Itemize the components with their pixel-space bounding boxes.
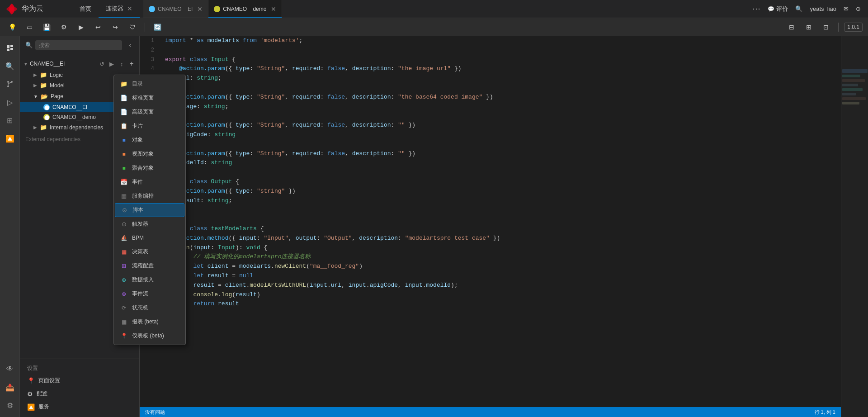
- settings-item-page[interactable]: 📍 页面设置: [24, 374, 136, 387]
- event-icon: 📅: [120, 179, 127, 186]
- dropdown-bpm[interactable]: ⛵ BPM: [114, 231, 185, 245]
- project-run-btn[interactable]: ▶: [108, 60, 116, 68]
- search-btn[interactable]: 🔍: [795, 5, 802, 12]
- toolbar-run-btn[interactable]: ▶: [74, 20, 88, 34]
- dropdown-event[interactable]: 📅 事件: [114, 175, 185, 189]
- iconbar-publish[interactable]: 📤: [2, 379, 18, 395]
- standard-page-icon: 📄: [120, 95, 127, 102]
- dropdown-event-flow[interactable]: ⊛ 事件流: [114, 287, 185, 301]
- toolbar-layout-btn[interactable]: ▭: [23, 20, 36, 34]
- code-editor[interactable]: 1 import * as modelarts from 'modelarts'…: [140, 36, 841, 407]
- code-line-27: 27 result = client.modelArtsWithURL(inpu…: [140, 281, 841, 290]
- toolbar-refresh-btn[interactable]: 🔄: [151, 20, 164, 34]
- dropdown-state-machine[interactable]: ⟳ 状态机: [114, 301, 185, 315]
- code-line-17: 17 @action.param({ type: "string" }): [140, 187, 841, 196]
- tab-cnameo-demo[interactable]: CNAMEO__demo ✕: [208, 0, 282, 18]
- iconbar-search[interactable]: 🔍: [2, 58, 18, 74]
- dropdown-report[interactable]: ▦ 报表 (beta): [114, 315, 185, 329]
- project-actions: ↺ ▶ ↕ +: [98, 60, 136, 68]
- toolbar-split-left-btn[interactable]: ⊟: [785, 20, 798, 34]
- more-menu[interactable]: ···: [752, 4, 760, 14]
- dropdown-advanced-page[interactable]: 📄 高级页面: [114, 105, 185, 119]
- editor-tabs: CNAMEO__EI ✕ CNAMEO__demo ✕: [143, 0, 282, 18]
- huawei-logo-icon: [5, 3, 18, 15]
- dropdown-standard-page[interactable]: 📄 标准页面: [114, 91, 185, 105]
- project-add-btn[interactable]: +: [127, 60, 136, 68]
- dropdown-view-object[interactable]: ■ 视图对象: [114, 147, 185, 161]
- state-machine-icon: ⟳: [120, 304, 127, 312]
- tab-cnameo-ei[interactable]: CNAMEO__EI ✕: [143, 0, 208, 18]
- project-header: ▼ CNAMEO__EI ↺ ▶ ↕ +: [20, 58, 139, 70]
- iconbar-debug[interactable]: ▷: [2, 94, 18, 110]
- toolbar-settings-btn[interactable]: ⚙: [57, 20, 71, 34]
- status-left: 没有问题: [145, 409, 165, 416]
- sidebar-collapse-btn[interactable]: ‹: [125, 40, 136, 51]
- review-btn[interactable]: 💬 评价: [768, 5, 788, 13]
- code-line-19: 19 }: [140, 205, 841, 215]
- settings-item-config[interactable]: ⚙ 配置: [24, 387, 136, 400]
- dropdown-dashboard[interactable]: 📍 仪表板 (beta): [114, 329, 185, 343]
- iconbar-extensions[interactable]: ⊞: [2, 112, 18, 128]
- settings-item-service[interactable]: 🔼 服务: [24, 400, 136, 413]
- dropdown-directory[interactable]: 📁 目录: [114, 77, 185, 91]
- code-line-26: 26 let result = null: [140, 271, 841, 281]
- folder-icon-logic: 📁: [40, 71, 47, 78]
- config-icon: ⚙: [27, 390, 33, 398]
- toolbar-undo-btn[interactable]: ↩: [91, 20, 105, 34]
- code-line-12: 12: [140, 140, 841, 149]
- toolbar-shield-btn[interactable]: 🛡: [126, 20, 139, 34]
- toolbar-fullscreen-btn[interactable]: ⊡: [819, 20, 833, 34]
- tab-close-demo[interactable]: ✕: [271, 6, 276, 12]
- dropdown-trigger[interactable]: ⊙ 触发器: [114, 217, 185, 231]
- user-name[interactable]: yeats_liao: [810, 5, 836, 12]
- iconbar-settings2[interactable]: ⚙: [2, 397, 18, 413]
- nav-connector[interactable]: 连接器 ✕: [99, 0, 140, 18]
- flow-config-icon: ⊞: [120, 262, 127, 270]
- code-line-9: 9: [140, 111, 841, 121]
- svg-rect-8: [842, 69, 868, 73]
- iconbar-deploy[interactable]: 🔼: [2, 130, 18, 147]
- code-line-28: 28 console.log(result): [140, 290, 841, 300]
- dropdown-service-orchestration[interactable]: ▦ 服务编排: [114, 189, 185, 203]
- code-line-29: 29 return result: [140, 299, 841, 309]
- nav-home[interactable]: 首页: [72, 0, 99, 18]
- folder-icon-page: 📂: [41, 93, 48, 100]
- search-input[interactable]: [35, 40, 122, 50]
- project-expand-btn[interactable]: ↕: [118, 60, 126, 68]
- directory-icon: 📁: [120, 81, 127, 88]
- dropdown-agg-object[interactable]: ■ 聚合对象: [114, 161, 185, 175]
- cursor-position: 行 1, 列 1: [815, 409, 835, 416]
- svg-rect-11: [842, 84, 858, 86]
- toolbar-redo-btn[interactable]: ↪: [108, 20, 122, 34]
- dropdown-card[interactable]: 📋 卡片: [114, 119, 185, 133]
- top-nav: 首页 连接器 ✕: [72, 0, 140, 18]
- iconbar-explorer[interactable]: [2, 40, 18, 56]
- code-line-7: 7 @action.param({ type: "String", requir…: [140, 93, 841, 102]
- code-line-21: 21 export class testModelarts {: [140, 224, 841, 234]
- title-bar: 华为云 首页 连接器 ✕ CNAMEO__EI ✕ CNAMEO__demo ✕…: [0, 0, 868, 18]
- iconbar-git[interactable]: [2, 76, 18, 92]
- iconbar-preview[interactable]: 👁: [2, 361, 18, 377]
- dropdown-flow-config[interactable]: ⊞ 流程配置: [114, 259, 185, 273]
- code-line-24: 24 // 填写实例化的modelartspro连接器名称: [140, 252, 841, 262]
- decision-table-icon: ▦: [120, 248, 127, 256]
- svg-rect-10: [842, 79, 865, 82]
- mail-icon[interactable]: ✉: [844, 5, 849, 12]
- toolbar-save-btn[interactable]: 💾: [40, 20, 53, 34]
- help-icon[interactable]: ⊙: [856, 5, 861, 12]
- toolbar-split-right-btn[interactable]: ⊞: [802, 20, 816, 34]
- app-name: 华为云: [22, 4, 43, 14]
- code-line-16: 16 export class Output {: [140, 177, 841, 187]
- svg-rect-14: [842, 97, 866, 100]
- project-refresh-btn[interactable]: ↺: [98, 60, 106, 68]
- tab-close-ei[interactable]: ✕: [197, 6, 203, 12]
- dropdown-data-access[interactable]: ⊕ 数据接入: [114, 273, 185, 287]
- dropdown-script[interactable]: ⊙ 脚本: [115, 203, 184, 217]
- sidebar-header: 🔍 ‹: [20, 36, 139, 54]
- folder-icon-model: 📁: [40, 82, 47, 89]
- dropdown-decision-table[interactable]: ▦ 决策表: [114, 245, 185, 259]
- script-icon: ⊙: [121, 207, 128, 214]
- dropdown-object[interactable]: ■ 对象: [114, 133, 185, 147]
- title-bar-right: ··· 💬 评价 🔍 yeats_liao ✉ ⊙: [752, 4, 868, 14]
- toolbar-hint-btn[interactable]: 💡: [5, 20, 19, 34]
